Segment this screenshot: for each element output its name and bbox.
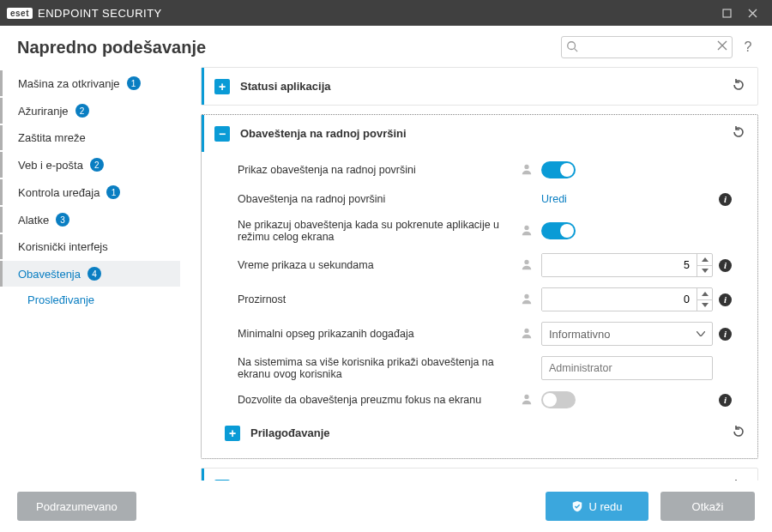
search-clear-icon[interactable]: [717, 40, 727, 53]
spinner-down-icon[interactable]: [697, 266, 712, 277]
svg-point-4: [524, 225, 528, 229]
default-button[interactable]: Podrazumevano: [17, 492, 136, 521]
info-icon[interactable]: i: [719, 394, 732, 407]
setting-label: Dozvolite da obaveštenja preuzmu fokus n…: [238, 394, 521, 406]
row-multiuser: Na sistemima sa više korisnika prikaži o…: [202, 351, 757, 385]
content-area: + Statusi aplikacija − Obaveštenja na ra…: [180, 67, 772, 496]
sidebar-item-network[interactable]: Zaštita mreže: [0, 125, 180, 150]
panel-title: Obaveštenja na radnoj površini: [240, 127, 407, 140]
spinner-down-icon[interactable]: [697, 300, 712, 311]
window-close-button[interactable]: [739, 9, 765, 18]
sidebar-item-label: Prosleđivanje: [27, 293, 94, 306]
sidebar-subitem-forwarding[interactable]: Prosleđivanje: [15, 288, 180, 311]
sidebar-badge: 3: [56, 213, 69, 227]
setting-label: Vreme prikaza u sekundama: [238, 259, 521, 271]
row-transparency: Prozirnost i: [202, 282, 757, 317]
shield-icon: [571, 500, 583, 512]
svg-point-7: [524, 328, 528, 332]
setting-label: Prozirnost: [238, 293, 521, 305]
spinner-up-icon[interactable]: [697, 288, 712, 300]
svg-point-8: [524, 394, 528, 398]
page-title: Napredno podešavanje: [17, 38, 206, 57]
setting-label: Minimalni opseg prikazanih događaja: [238, 328, 521, 340]
spinner-up-icon[interactable]: [697, 254, 712, 266]
toggle-take-focus[interactable]: [541, 391, 576, 408]
sidebar-item-update[interactable]: Ažuriranje 2: [0, 98, 180, 124]
header-row: Napredno podešavanje ?: [0, 26, 772, 67]
sidebar-item-label: Mašina za otkrivanje: [18, 77, 120, 90]
sidebar-badge: 2: [75, 104, 89, 118]
footer: Podrazumevano U redu Otkaži: [0, 481, 772, 532]
info-icon[interactable]: i: [719, 193, 732, 206]
setting-label: Ne prikazuj obaveštenja kada su pokrenut…: [238, 219, 521, 243]
sidebar-item-detection-engine[interactable]: Mašina za otkrivanje 1: [0, 70, 180, 96]
sidebar-badge: 1: [106, 185, 120, 199]
transparency-input[interactable]: [542, 288, 697, 311]
toggle-fullscreen-suppress[interactable]: [541, 222, 576, 239]
collapse-icon: −: [214, 126, 230, 142]
setting-label: Prikaz obaveštenja na radnoj površini: [238, 164, 521, 176]
transparency-spinner[interactable]: [541, 287, 713, 311]
svg-rect-0: [723, 9, 731, 17]
setting-label: Obaveštenja na radnoj površini: [238, 193, 521, 205]
reset-icon[interactable]: [730, 124, 747, 143]
reset-icon[interactable]: [730, 76, 747, 96]
panel-header-desktop-notifications[interactable]: − Obaveštenja na radnoj površini: [202, 115, 757, 152]
panel-title: Prilagođavanje: [250, 426, 329, 439]
user-icon: [521, 393, 533, 408]
row-min-verbosity: Minimalni opseg prikazanih događaja Info…: [202, 317, 757, 351]
panel-app-statuses: + Statusi aplikacija: [201, 67, 758, 106]
search-wrap: [561, 36, 733, 58]
brand-badge: eset: [7, 8, 33, 19]
row-desktop-notifications-edit: Obaveštenja na radnoj površini Uredi i: [202, 184, 757, 214]
select-value: Informativno: [549, 328, 611, 341]
sidebar-item-tools[interactable]: Alatke 3: [0, 207, 180, 233]
user-icon: [521, 224, 533, 239]
edit-link[interactable]: Uredi: [541, 193, 567, 205]
subpanel-header-customization[interactable]: + Prilagođavanje: [202, 414, 757, 451]
info-icon[interactable]: i: [719, 328, 732, 341]
ok-button-label: U redu: [588, 500, 622, 513]
sidebar-item-label: Alatke: [18, 214, 49, 227]
toggle-show-notifications[interactable]: [541, 161, 576, 178]
user-icon: [521, 163, 533, 178]
panel-title: Statusi aplikacija: [240, 80, 331, 93]
min-verbosity-select[interactable]: Informativno: [541, 322, 713, 346]
titlebar: eset ENDPOINT SECURITY: [0, 0, 772, 26]
svg-point-1: [568, 42, 576, 50]
reset-icon[interactable]: [730, 423, 747, 443]
info-icon[interactable]: i: [719, 293, 732, 306]
help-button[interactable]: ?: [741, 39, 755, 55]
duration-spinner[interactable]: [541, 253, 713, 277]
sidebar-item-web-email[interactable]: Veb i e-pošta 2: [0, 152, 180, 178]
svg-point-3: [524, 164, 528, 168]
sidebar-item-label: Obaveštenja: [18, 268, 81, 281]
svg-point-6: [524, 293, 528, 298]
multiuser-input[interactable]: [541, 356, 713, 380]
sidebar-badge: 1: [127, 76, 141, 90]
sidebar-item-ui[interactable]: Korisnički interfejs: [0, 234, 180, 259]
expand-icon: +: [225, 426, 240, 441]
search-icon: [566, 40, 578, 55]
product-name: ENDPOINT SECURITY: [38, 7, 162, 20]
sidebar-item-device-control[interactable]: Kontrola uređaja 1: [0, 179, 180, 205]
panel-header-app-statuses[interactable]: + Statusi aplikacija: [202, 68, 757, 105]
sidebar-item-label: Veb i e-pošta: [18, 159, 83, 172]
window-maximize-button[interactable]: [714, 9, 739, 18]
ok-button[interactable]: U redu: [546, 492, 648, 521]
info-icon[interactable]: i: [719, 259, 732, 272]
sidebar-item-label: Kontrola uređaja: [18, 186, 100, 199]
row-display-duration: Vreme prikaza u sekundama i: [202, 248, 757, 282]
svg-point-5: [524, 259, 528, 263]
row-fullscreen-suppress: Ne prikazuj obaveštenja kada su pokrenut…: [202, 214, 757, 248]
search-input[interactable]: [561, 36, 733, 58]
setting-label: Na sistemima sa više korisnika prikaži o…: [238, 356, 521, 380]
row-show-desktop-notifications: Prikaz obaveštenja na radnoj površini: [202, 155, 757, 184]
sidebar-item-notifications[interactable]: Obaveštenja 4: [0, 261, 180, 287]
duration-input[interactable]: [542, 254, 697, 276]
cancel-button[interactable]: Otkaži: [660, 492, 755, 521]
panel-desktop-notifications: − Obaveštenja na radnoj površini Prikaz …: [201, 114, 758, 459]
user-icon: [521, 327, 533, 342]
expand-icon: +: [214, 79, 230, 94]
sidebar-item-label: Ažuriranje: [18, 105, 69, 118]
